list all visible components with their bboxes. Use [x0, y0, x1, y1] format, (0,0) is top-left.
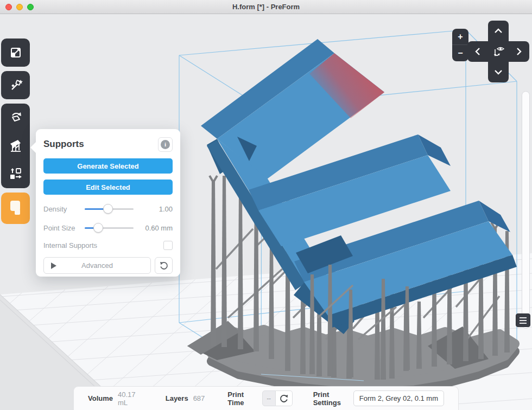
internal-supports-label: Internal Supports	[43, 241, 97, 249]
tool-sidebar	[1, 39, 31, 228]
point-size-label: Point Size	[43, 224, 85, 232]
close-window-button[interactable]	[5, 4, 12, 10]
point-size-row: Point Size 0.60 mm	[43, 223, 173, 233]
layers-value: 687	[193, 394, 205, 402]
layers-label: Layers	[166, 394, 188, 402]
info-button[interactable]: i	[158, 137, 173, 152]
info-icon: i	[161, 140, 170, 149]
edit-selected-button[interactable]: Edit Selected	[43, 180, 173, 195]
cartridge-icon	[8, 199, 24, 217]
density-row: Density 1.00	[43, 204, 173, 214]
zoom-in-button[interactable]: +	[452, 29, 468, 45]
tool-group	[1, 104, 30, 188]
panel-title: Supports	[43, 139, 84, 150]
scale-icon	[9, 46, 23, 60]
point-size-slider[interactable]	[85, 227, 134, 229]
rotate-icon	[8, 110, 23, 125]
minimize-window-button[interactable]	[16, 4, 23, 10]
chevron-down-icon	[494, 69, 503, 75]
supports-panel: Supports i Generate Selected Edit Select…	[36, 129, 180, 277]
orientation-tool-button[interactable]	[1, 104, 30, 132]
zoom-out-button[interactable]: −	[452, 45, 468, 61]
layout-tool-button[interactable]	[1, 160, 30, 188]
pan-up-button[interactable]	[488, 21, 509, 41]
reset-button[interactable]	[155, 257, 173, 274]
density-value: 1.00	[134, 205, 173, 213]
view-dpad	[467, 21, 529, 82]
window-titlebar: H.form [*] - PreForm	[0, 0, 532, 14]
volume-value: 40.17 mL	[118, 390, 143, 407]
pan-down-button[interactable]	[488, 62, 509, 82]
magic-wand-icon	[9, 78, 23, 92]
window-title: H.form [*] - PreForm	[232, 3, 300, 11]
layer-slider-track[interactable]	[522, 91, 530, 329]
scale-tool-button[interactable]	[1, 39, 30, 67]
print-settings-label: Print Settings	[313, 390, 348, 407]
orbit-view-button[interactable]	[488, 41, 509, 62]
internal-supports-row: Internal Supports	[43, 241, 173, 250]
expand-play-icon	[50, 262, 56, 269]
layout-icon	[9, 167, 23, 181]
internal-supports-checkbox[interactable]	[163, 241, 173, 250]
generate-selected-button[interactable]: Generate Selected	[43, 158, 173, 174]
supports-icon	[8, 138, 23, 153]
volume-label: Volume	[88, 394, 113, 402]
density-slider-handle[interactable]	[103, 204, 113, 214]
layer-slider-handle[interactable]	[516, 313, 530, 327]
refresh-icon	[280, 394, 288, 403]
point-size-slider-handle[interactable]	[93, 223, 103, 233]
print-settings-selector[interactable]: Form 2, Grey 02, 0.1 mm	[353, 390, 444, 406]
print-time-value: --	[262, 390, 276, 406]
supports-tool-button[interactable]	[1, 132, 30, 160]
print-time-label: Print Time	[227, 390, 256, 407]
zoom-control: + −	[452, 29, 468, 61]
print-button[interactable]	[1, 193, 30, 224]
one-click-print-tool-button[interactable]	[1, 71, 30, 99]
chevron-right-icon	[516, 47, 522, 56]
reset-icon	[160, 261, 168, 270]
panel-callout-arrow	[30, 142, 36, 153]
orbit-eye-icon	[492, 45, 505, 58]
advanced-button[interactable]: Advanced	[43, 257, 151, 274]
density-slider[interactable]	[85, 208, 134, 210]
pan-right-button[interactable]	[509, 41, 529, 62]
zoom-window-button[interactable]	[27, 4, 34, 10]
density-label: Density	[43, 205, 85, 213]
chevron-left-icon	[475, 47, 480, 56]
pan-left-button[interactable]	[467, 41, 488, 62]
status-bar: Volume 40.17 mL Layers 687 Print Time --…	[73, 386, 459, 410]
advanced-label: Advanced	[81, 261, 113, 270]
3d-viewport[interactable]: Supports i Generate Selected Edit Select…	[0, 14, 532, 410]
chevron-up-icon	[494, 28, 503, 34]
refresh-print-time-button[interactable]	[276, 390, 293, 406]
point-size-value: 0.60 mm	[134, 224, 173, 232]
